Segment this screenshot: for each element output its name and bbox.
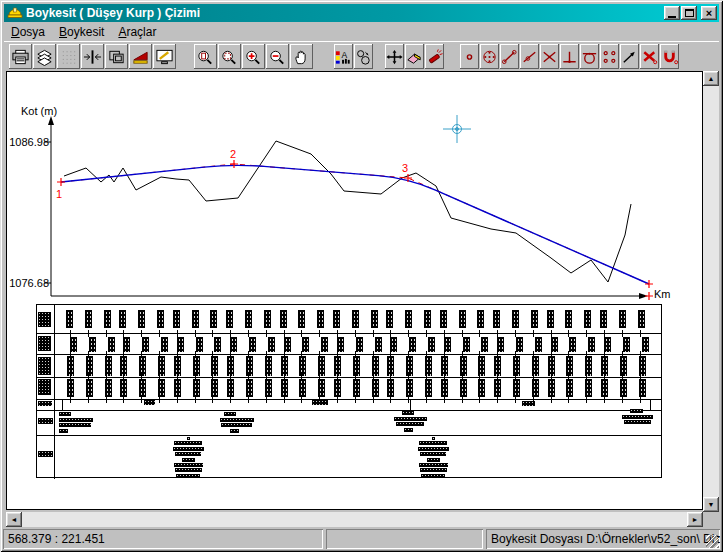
maximize-button[interactable] — [681, 6, 697, 20]
toolbar-button-zoom-out[interactable] — [266, 44, 289, 69]
toolbar-button-cascade[interactable] — [105, 44, 128, 69]
scroll-up-button[interactable]: ▲ — [703, 71, 719, 86]
toolbar-button-color-layers[interactable]: A — [334, 44, 353, 69]
toolbar-button-explode[interactable] — [425, 44, 444, 69]
drawing-canvas[interactable]: 123 Kot (m) 1086.98 1076.68 Km — [6, 71, 703, 510]
toolbar-button-snap-intersection[interactable] — [540, 44, 559, 69]
table-cell-value — [123, 337, 130, 352]
table-tick — [355, 330, 356, 337]
toolbar-button-snap-point[interactable] — [460, 44, 479, 69]
table-cell-value — [463, 337, 470, 352]
table-cell-value — [601, 356, 608, 376]
toolbar-button-snap-magnet[interactable] — [660, 44, 679, 69]
table-tick — [248, 374, 249, 381]
toolbar-button-snap-trace[interactable] — [620, 44, 639, 69]
table-row-label — [38, 312, 51, 327]
table-tick — [462, 330, 463, 337]
toolbar-button-erase[interactable] — [405, 44, 424, 69]
table-cell-value — [281, 356, 288, 376]
table-tick — [284, 396, 285, 403]
table-cell-value — [585, 379, 592, 397]
menu-item-dosya[interactable]: Dosya — [4, 24, 52, 40]
toolbar-button-snap-perpendicular[interactable] — [560, 44, 579, 69]
toolbar-button-snap-nearest[interactable] — [520, 44, 539, 69]
toolbar-button-layers[interactable] — [33, 44, 56, 69]
table-tick — [604, 351, 605, 358]
title-bar[interactable]: Boykesit ( Düşey Kurp ) Çizimi × — [4, 4, 719, 22]
table-cell-value — [284, 337, 291, 352]
toolbar-button-screen-edit[interactable] — [153, 44, 176, 69]
table-tick — [462, 396, 463, 403]
elevation-min-label: 1076.68 — [9, 277, 49, 289]
menu-item-boykesit[interactable]: Boykesit — [52, 24, 111, 40]
curve-annotation — [221, 423, 252, 427]
table-cell-value — [477, 310, 484, 328]
toolbar-button-circle-copy[interactable] — [354, 44, 373, 69]
table-cell-value — [478, 379, 485, 397]
toolbar-button-pan[interactable] — [290, 44, 313, 69]
table-cell-value — [566, 356, 573, 376]
table-cell-value — [299, 379, 306, 397]
toolbar-group-4 — [385, 44, 445, 69]
horizontal-scrollbar[interactable]: ◄ ► — [6, 512, 703, 527]
minimize-button[interactable] — [664, 6, 680, 20]
table-cell-value — [246, 356, 253, 376]
toolbar-button-snap-tangent[interactable] — [580, 44, 599, 69]
table-tick — [622, 374, 623, 381]
table-cell-value — [265, 379, 272, 397]
app-window: Boykesit ( Düşey Kurp ) Çizimi × DosyaBo… — [0, 0, 723, 552]
toolbar-button-snap-off[interactable] — [640, 44, 659, 69]
toolbar-button-grid[interactable] — [57, 44, 80, 69]
toolbar-button-zoom-in[interactable] — [242, 44, 265, 69]
toolbar-button-zoom-window[interactable] — [218, 44, 241, 69]
table-tick — [106, 351, 107, 358]
curve-annotation — [394, 417, 427, 421]
toolbar-button-interval[interactable] — [81, 44, 104, 69]
hardhat-icon — [7, 5, 23, 21]
table-cell-value — [642, 337, 649, 352]
table-tick — [462, 374, 463, 381]
table-tick — [551, 351, 552, 358]
table-cell-value — [157, 310, 164, 328]
toolbar-button-move[interactable] — [385, 44, 404, 69]
toolbar-button-snap-center[interactable] — [480, 44, 499, 69]
table-cell-value — [67, 356, 74, 376]
curve-annotation — [230, 429, 239, 433]
profile-data-table — [36, 304, 662, 478]
resize-grip[interactable] — [706, 535, 719, 548]
grid-icon — [59, 48, 78, 66]
menu-item-aralar[interactable]: Araçlar — [111, 24, 163, 40]
table-tick — [497, 351, 498, 358]
table-cell-value — [174, 356, 181, 376]
toolbar-button-slope[interactable] — [129, 44, 152, 69]
scroll-down-button[interactable]: ▼ — [703, 497, 719, 512]
table-cell-value — [481, 337, 488, 352]
table-cell-value — [177, 337, 184, 352]
scroll-left-button[interactable]: ◄ — [6, 512, 22, 527]
toolbar-button-print[interactable] — [9, 44, 32, 69]
curve-annotation — [224, 412, 236, 416]
table-tick — [177, 351, 178, 358]
table-tick — [141, 396, 142, 403]
table-tick — [462, 351, 463, 358]
toolbar-button-snap-quadrant[interactable] — [600, 44, 619, 69]
zoom-extents-icon — [196, 48, 215, 66]
table-tick — [212, 374, 213, 381]
vertical-scrollbar[interactable]: ▲ ▼ — [703, 71, 719, 512]
toolbar-button-snap-endpoint[interactable] — [500, 44, 519, 69]
table-tick — [266, 396, 267, 403]
table-tick — [70, 374, 71, 381]
maximize-icon — [685, 9, 694, 17]
table-tick — [640, 330, 641, 337]
explode-icon — [425, 48, 444, 66]
table-tick — [622, 351, 623, 358]
table-cell-value — [210, 310, 217, 328]
toolbar-button-zoom-extents[interactable] — [194, 44, 217, 69]
table-cell-value — [333, 310, 340, 328]
scroll-right-button[interactable]: ► — [687, 512, 703, 527]
table-tick — [141, 330, 142, 337]
table-row-label — [38, 336, 51, 351]
close-button[interactable]: × — [701, 6, 717, 20]
table-tick — [426, 330, 427, 337]
table-tick — [159, 374, 160, 381]
